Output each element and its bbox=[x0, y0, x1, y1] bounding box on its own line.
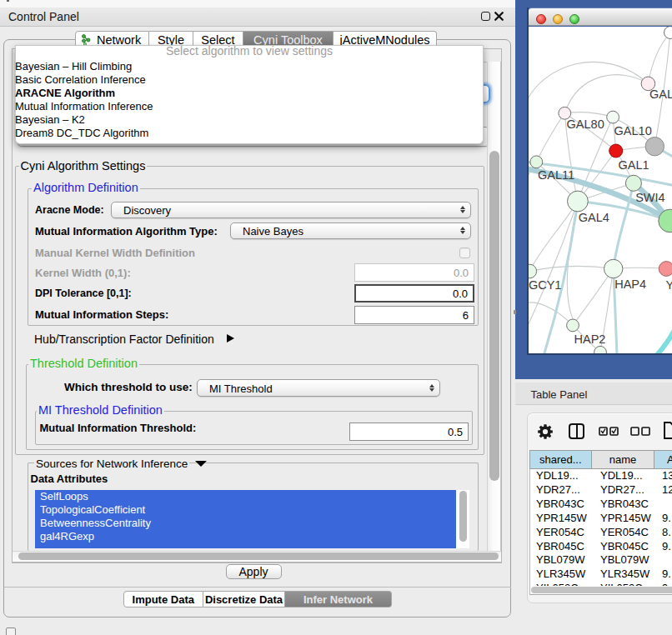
svg-text:GAL80: GAL80 bbox=[567, 118, 604, 131]
svg-text:GAL4: GAL4 bbox=[579, 211, 609, 224]
svg-text:SWI4: SWI4 bbox=[635, 191, 664, 204]
svg-text:GCY1: GCY1 bbox=[529, 278, 561, 292]
svg-text:GAL7: GAL7 bbox=[649, 88, 672, 101]
svg-text:HAP2: HAP2 bbox=[574, 332, 606, 346]
svg-text:GAL11: GAL11 bbox=[538, 168, 574, 182]
svg-text:YJ: YJ bbox=[666, 278, 672, 292]
svg-text:GAL10: GAL10 bbox=[614, 124, 652, 138]
svg-text:GAL1: GAL1 bbox=[619, 158, 649, 172]
svg-text:HAP4: HAP4 bbox=[614, 278, 646, 291]
